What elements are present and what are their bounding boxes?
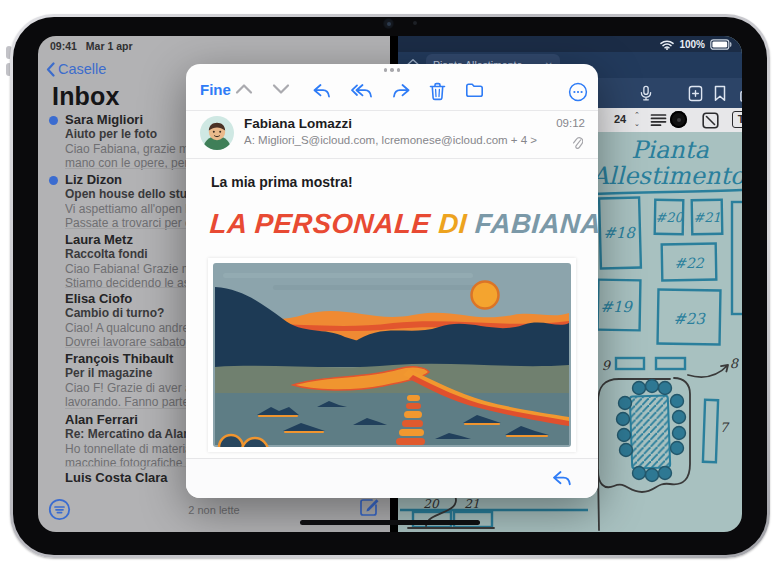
paperclip-icon [572,137,583,150]
front-camera [383,18,394,29]
artwork-frame-18: #18 [599,197,641,268]
svg-text:#19: #19 [600,298,633,316]
status-bar-right: 100% [398,36,742,52]
chevron-up-icon [234,82,254,96]
previous-message-button[interactable] [234,82,254,100]
memoji-avatar [200,116,234,150]
trash-icon [429,82,446,101]
ink-color-button[interactable] [670,111,687,128]
stroke-style-button[interactable] [702,112,719,133]
align-button[interactable] [650,112,667,132]
svg-text:#23: #23 [673,310,706,328]
sunset-painting [213,263,571,447]
message-footer [186,458,598,498]
stepper-down-icon: ⌄ [634,120,640,127]
message-sender-name: Fabiana Lomazzi [244,116,352,131]
back-to-mailboxes-button[interactable]: Caselle [46,61,106,77]
sender-avatar[interactable] [200,116,234,150]
bookmark-button[interactable] [713,85,727,106]
artwork-frame-19: #19 [598,280,641,331]
more-actions-button[interactable] [568,82,588,106]
unread-count-status: 2 non lette [38,504,390,516]
battery-percent: 100% [679,39,705,50]
status-bar-left: 09:41Mar 1 apr [50,40,133,52]
align-lines-icon [650,112,667,128]
text-tool-button[interactable]: T ♥ [732,111,742,128]
folder-icon [465,82,484,98]
canvas-title-line2: Allestimento [590,162,742,190]
artwork-frame-23: #23 [658,289,721,344]
mail-message-window[interactable]: Fine [186,64,598,498]
plan-number-21: 21 [464,497,479,511]
ipad-screen: 09:41Mar 1 apr Caselle Inbox Sara Miglio… [38,36,742,532]
status-time: 09:41 [50,40,77,52]
add-page-button[interactable] [688,85,703,106]
share-icon [739,85,742,103]
plan-table [630,395,670,468]
poster-headline: LA PERSONALE DI FABIANA [209,208,598,240]
microphone-button[interactable] [638,85,654,106]
window-drag-handle[interactable] [186,68,598,72]
stepper-up-icon: ⌃ [634,111,640,118]
plan-table-area: 7 [598,378,730,530]
screenshot-stage: 09:41Mar 1 apr Caselle Inbox Sara Miglio… [0,0,778,564]
mailbox-title: Inbox [52,82,120,111]
attachment-indicator [572,136,583,154]
move-to-folder-button[interactable] [465,82,484,102]
reply-all-icon [350,82,373,100]
font-size-value: 24 [614,113,626,125]
forward-icon [392,82,411,100]
quick-reply-button[interactable] [551,468,572,492]
font-size-stepper[interactable]: ⌃ ⌄ [634,110,640,128]
done-button[interactable]: Fine [200,81,231,98]
svg-text:#18: #18 [603,224,636,242]
status-date: Mar 1 apr [86,40,133,52]
reply-button[interactable] [312,82,331,104]
diagonal-line-icon [702,112,719,129]
poster-headline-part3: FABIANA [474,208,598,239]
header-separator [186,158,598,159]
plan-number-20: 20 [423,497,440,511]
compose-button[interactable] [358,496,380,522]
plan-arrow [688,365,728,377]
chevron-left-icon [46,62,55,77]
compose-icon [358,496,380,518]
sensor-dot [413,21,417,25]
plan-number-7: 7 [720,420,730,435]
delete-button[interactable] [429,82,446,105]
next-message-button[interactable] [271,82,291,100]
canvas-underline [594,190,742,194]
mail-bottom-toolbar: 2 non lette [38,494,390,532]
plan-number-8: 8 [730,356,740,371]
bookmark-icon [713,85,727,102]
share-button[interactable] [739,85,742,107]
reply-all-button[interactable] [350,82,373,104]
plan-pedestal-row: 9 8 [602,356,740,377]
artwork-attachment[interactable] [208,258,576,452]
plan-side-panel [703,400,718,462]
forward-button[interactable] [392,82,411,104]
chevron-down-icon [271,82,291,96]
artwork-frame-20: #20 [655,200,685,234]
message-recipients[interactable]: A: Migliori_S@icloud.com, lcremonese@icl… [244,134,537,146]
microphone-icon [638,85,654,102]
reply-icon [312,82,331,100]
home-indicator[interactable] [300,520,480,525]
back-label: Caselle [58,61,106,77]
svg-text:#21: #21 [693,210,720,225]
plan-number-9: 9 [602,358,612,373]
message-toolbar: Fine [186,76,598,108]
canvas-title-line1: Pianta [631,136,709,164]
svg-text:#20: #20 [655,210,684,225]
wifi-icon [660,40,674,50]
svg-text:#22: #22 [674,255,705,271]
toolbar-separator [186,110,598,111]
plan-wall-line [598,470,599,530]
artwork-frame-21: #21 [692,200,723,235]
unread-dot [49,176,58,185]
artwork-frame-right [732,202,742,314]
text-tool-letter: T [738,113,742,125]
reply-arrow-icon [551,468,572,488]
message-time: 09:12 [556,117,585,129]
artwork-frame-22: #22 [662,244,717,281]
